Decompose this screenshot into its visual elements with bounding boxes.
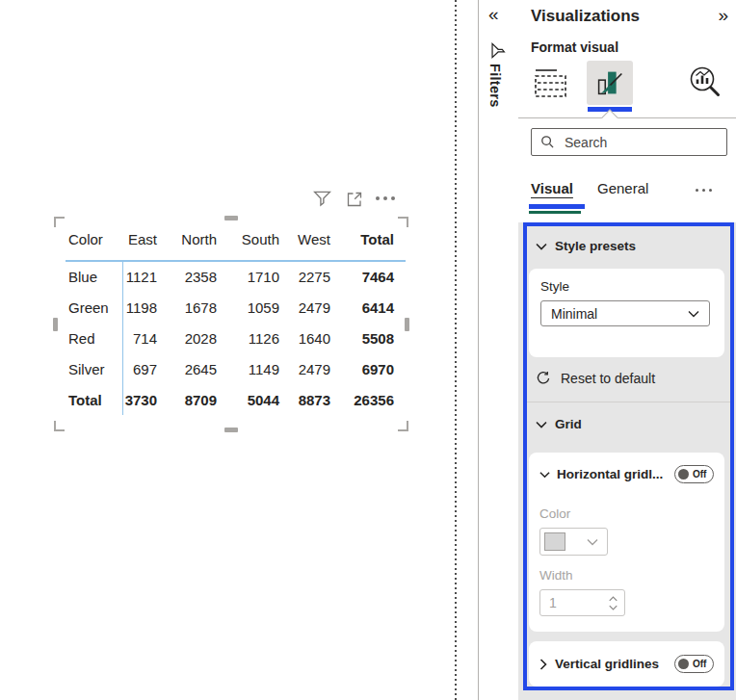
- filters-pane-title: Filters: [487, 64, 503, 108]
- frame-corner: [398, 217, 408, 227]
- card-title: Vertical gridlines: [555, 657, 659, 671]
- table-cell-total[interactable]: 7464: [342, 261, 406, 292]
- analytics-icon[interactable]: [686, 64, 724, 102]
- powerbi-window: Color East North South West Total Blue 1…: [0, 0, 736, 700]
- expand-filters-button[interactable]: «: [488, 4, 499, 25]
- build-visual-icon[interactable]: [531, 64, 569, 102]
- table-row: Green 1198 1678 1059 2479 6414: [66, 292, 406, 323]
- style-card: Style Minimal: [529, 269, 724, 357]
- table-cell[interactable]: 2275: [291, 261, 342, 292]
- table-total-row: Total 3730 8709 5044 8873 26356: [66, 384, 406, 415]
- more-options-icon[interactable]: [376, 196, 395, 200]
- table-cell[interactable]: 8873: [291, 384, 342, 415]
- reset-to-default-button[interactable]: Reset to default: [536, 371, 655, 386]
- row-header[interactable]: Silver: [66, 353, 122, 384]
- toggle-knob: [678, 469, 689, 480]
- width-input-disabled: 1: [539, 589, 625, 616]
- format-visual-icon-selected[interactable]: [587, 61, 633, 105]
- tab-focus-indicator: [529, 204, 585, 209]
- matrix-table: Color East North South West Total Blue 1…: [66, 219, 406, 415]
- column-header[interactable]: North: [169, 219, 228, 261]
- search-input[interactable]: [563, 134, 718, 151]
- toggle-label: Off: [693, 469, 706, 480]
- chevron-down-icon: [536, 243, 547, 250]
- style-dropdown[interactable]: Minimal: [540, 300, 710, 326]
- color-dropdown-disabled: [539, 528, 608, 556]
- table-cell[interactable]: 1149: [228, 353, 291, 384]
- table-cell[interactable]: 2479: [291, 292, 342, 323]
- color-swatch: [544, 532, 565, 551]
- filters-funnel-icon[interactable]: [489, 41, 508, 60]
- section-title: Style presets: [555, 239, 636, 253]
- column-header[interactable]: West: [291, 219, 342, 261]
- table-row: Blue 1121 2358 1710 2275 7464: [66, 261, 406, 292]
- table-cell-total[interactable]: 6414: [342, 292, 406, 323]
- vertical-gridlines-card[interactable]: Vertical gridlines Off: [529, 641, 724, 687]
- resize-handle-right[interactable]: [405, 318, 409, 331]
- column-header[interactable]: South: [228, 219, 291, 261]
- table-cell[interactable]: 1121: [122, 261, 169, 292]
- resize-handle-left[interactable]: [53, 318, 58, 331]
- table-cell[interactable]: 3730: [122, 384, 169, 415]
- table-cell[interactable]: 1059: [228, 292, 291, 323]
- width-label: Width: [539, 568, 714, 583]
- table-cell-total[interactable]: 6970: [342, 353, 406, 384]
- tabs-more-icon[interactable]: [696, 189, 712, 192]
- matrix-visual[interactable]: Color East North South West Total Blue 1…: [56, 219, 407, 429]
- column-header[interactable]: East: [122, 219, 169, 261]
- chevron-down-icon: [536, 421, 547, 428]
- pane-title: Visualizations: [531, 7, 640, 26]
- filter-icon[interactable]: [312, 189, 332, 209]
- section-grid[interactable]: Grid: [536, 417, 582, 431]
- toggle-label: Off: [693, 659, 706, 669]
- row-header-total[interactable]: Total: [66, 384, 122, 415]
- format-search-box[interactable]: [531, 128, 727, 156]
- row-header[interactable]: Blue: [66, 261, 122, 292]
- table-cell[interactable]: 2479: [291, 353, 342, 384]
- collapse-visualizations-button[interactable]: »: [718, 5, 728, 26]
- width-value: 1: [549, 595, 557, 610]
- format-visual-heading: Format visual: [531, 39, 618, 55]
- table-cell[interactable]: 1640: [291, 323, 342, 353]
- icon-row-separator: [518, 117, 736, 118]
- spinner-icon: [609, 596, 618, 610]
- column-header-total[interactable]: Total: [342, 219, 406, 261]
- chevron-down-icon: [688, 310, 699, 318]
- horizontal-gridlines-toggle[interactable]: Off: [674, 465, 714, 483]
- table-header-row: Color East North South West Total: [66, 219, 406, 261]
- table-cell[interactable]: 1710: [228, 261, 291, 292]
- focus-mode-icon[interactable]: [345, 190, 364, 209]
- resize-handle-bottom[interactable]: [224, 428, 238, 432]
- filters-pane-collapsed[interactable]: « Filters: [480, 0, 518, 700]
- table-cell-grand-total[interactable]: 26356: [342, 384, 406, 415]
- table-cell[interactable]: 2358: [169, 261, 228, 292]
- frame-corner: [398, 421, 408, 431]
- table-row: Silver 697 2645 1149 2479 6970: [66, 353, 406, 384]
- table-cell[interactable]: 697: [122, 353, 169, 384]
- table-cell-total[interactable]: 5508: [342, 323, 406, 353]
- vertical-gridlines-toggle[interactable]: Off: [674, 655, 714, 673]
- table-cell[interactable]: 1678: [169, 292, 228, 323]
- horizontal-gridlines-header[interactable]: Horizontal gridl... Off: [539, 465, 714, 483]
- table-cell[interactable]: 2028: [169, 323, 228, 353]
- tab-general[interactable]: General: [597, 180, 648, 196]
- tab-visual[interactable]: Visual: [531, 180, 573, 196]
- toggle-knob: [678, 659, 689, 669]
- table-cell[interactable]: 1198: [122, 292, 169, 323]
- pane-divider: [478, 0, 479, 700]
- table-cell[interactable]: 5044: [228, 384, 291, 415]
- column-header[interactable]: Color: [66, 219, 122, 261]
- chevron-down-icon: [539, 471, 550, 479]
- card-title: Horizontal gridl...: [557, 467, 663, 481]
- row-header[interactable]: Green: [66, 292, 122, 323]
- table-cell[interactable]: 714: [122, 323, 169, 353]
- resize-handle-top[interactable]: [224, 216, 238, 220]
- color-label: Color: [539, 506, 714, 521]
- table-cell[interactable]: 1126: [228, 323, 291, 353]
- selected-icon-notch: [602, 110, 618, 126]
- section-style-presets[interactable]: Style presets: [536, 239, 636, 253]
- table-cell[interactable]: 2645: [169, 353, 228, 384]
- table-cell[interactable]: 8709: [169, 384, 228, 415]
- section-divider: [527, 402, 730, 402]
- row-header[interactable]: Red: [66, 323, 122, 353]
